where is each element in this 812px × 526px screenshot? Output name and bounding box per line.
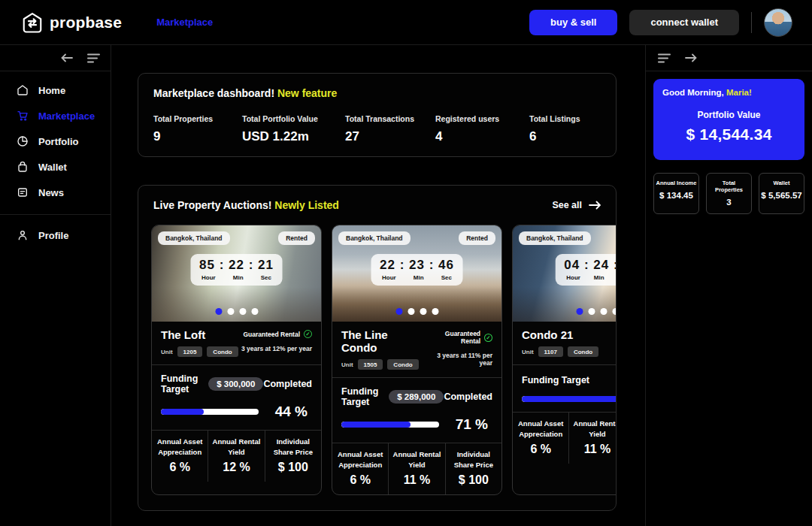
property-card-the-line-condo[interactable]: Bangkok, Thailand Rented 22 : 23 : 46 Ho… <box>332 225 502 495</box>
funding-target-value: $ 289,000 <box>389 390 444 404</box>
unit-type-badge: Condo <box>387 359 418 370</box>
newly-listed-label: Newly Listed <box>274 199 339 211</box>
property-photo: Bangkok, Thailand Rented 85 : 22 : 21 Ho… <box>152 225 321 322</box>
property-photo: Bangkok, Thailand Rented 22 : 23 : 46 Ho… <box>332 225 501 322</box>
topbar-divider <box>751 12 752 33</box>
sidebar-item-news[interactable]: News <box>0 180 111 205</box>
stat-total-listings: Total Listings 6 <box>529 114 601 144</box>
bag-icon <box>17 161 29 173</box>
stat-registered-users: Registered users 4 <box>435 114 529 144</box>
marketplace-dashboard-card: Marketplace dashboard! New feature Total… <box>138 73 617 157</box>
status-badge: Rented <box>459 231 495 245</box>
property-photo: Bangkok, Thailand 04 : 24 : 2 Hour Min S… <box>513 225 617 322</box>
sidebar-item-portfolio[interactable]: Portfolio <box>0 128 111 154</box>
funding-target-label: Funding Target <box>161 373 208 394</box>
completed-label: Completed <box>263 379 312 389</box>
logo[interactable]: propbase <box>21 11 122 34</box>
auctions-title: Live Property Auctions! Newly Listed <box>153 199 339 211</box>
portfolio-value-label: Portfolio Value <box>662 110 795 120</box>
property-title: The Loft <box>161 328 238 341</box>
completed-value: 71 % <box>456 416 488 433</box>
stat-total-portfolio-value: Total Portfolio Value USD 1.22m <box>242 114 345 144</box>
pie-chart-icon <box>17 135 29 147</box>
location-badge: Bangkok, Thailand <box>519 231 591 245</box>
stat-annual-rental-yield: Annual Rental Yield 11 % <box>389 443 445 494</box>
auction-countdown: 04 : 24 : 2 Hour Min Sec <box>555 254 617 286</box>
connect-wallet-button[interactable]: connect wallet <box>629 10 739 35</box>
funding-target-label: Funding Target <box>341 386 389 407</box>
location-badge: Bangkok, Thailand <box>338 231 411 245</box>
stat-total-transactions: Total Transactions 27 <box>345 114 435 144</box>
stat-annual-rental-yield: Annual Rental Yield 12 % <box>208 431 265 482</box>
funding-target-value: $ 300,000 <box>208 377 263 391</box>
auction-countdown: 22 : 23 : 46 Hour Min Sec <box>371 254 463 286</box>
location-badge: Bangkok, Thailand <box>158 231 230 245</box>
stat-annual-asset-appreciation: Annual Asset Appreciation 6 % <box>332 443 389 494</box>
property-title: Condo 21 <box>522 328 598 341</box>
total-properties-card: Total Properties 3 <box>706 173 752 214</box>
collapse-back-icon[interactable] <box>61 53 74 63</box>
logo-text: propbase <box>50 14 122 32</box>
home-icon <box>17 84 29 96</box>
carousel-dots[interactable] <box>576 308 617 315</box>
wallet-balance-card: Wallet $ 5,565.57 <box>759 173 804 214</box>
arrow-right-icon <box>589 201 601 210</box>
user-name: Maria! <box>726 88 752 97</box>
right-panel: Good Morning, Maria! Portfolio Value $ 1… <box>645 45 812 526</box>
cart-icon <box>17 110 29 122</box>
right-panel-menu-icon[interactable] <box>658 53 671 63</box>
property-title: The Line Condo <box>341 328 424 354</box>
user-avatar[interactable] <box>764 8 792 37</box>
main-content: Marketplace dashboard! New feature Total… <box>111 45 645 526</box>
unit-number-badge: 1205 <box>177 346 203 357</box>
auction-countdown: 85 : 22 : 21 Hour Min Sec <box>190 254 283 286</box>
dashboard-title: Marketplace dashboard! New feature <box>153 87 601 99</box>
greeting: Good Morning, Maria! <box>662 88 795 97</box>
carousel-dots[interactable] <box>395 308 438 315</box>
sidebar-label: Wallet <box>38 162 67 173</box>
sidebar-label: Profile <box>38 230 68 241</box>
stat-annual-asset-appreciation: Annual Asset Appreciation 6 % <box>513 413 569 464</box>
stat-annual-asset-appreciation: Annual Asset Appreciation 6 % <box>152 431 208 482</box>
propbase-logo-icon <box>21 11 44 34</box>
stat-annual-rental-yield: Annual Rental Yield 11 % <box>569 413 617 464</box>
portfolio-value: $ 14,544.34 <box>662 125 795 144</box>
stat-individual-share-price: Individual Share Price $ 100 <box>265 431 321 482</box>
new-feature-label: New feature <box>277 87 337 99</box>
profile-icon <box>17 229 29 241</box>
collapse-forward-icon[interactable] <box>684 53 697 63</box>
sidebar-label: Portfolio <box>38 136 78 147</box>
left-sidebar: Home Marketplace Portfolio Wallet <box>0 45 111 526</box>
sidebar-label: Marketplace <box>38 110 95 122</box>
completed-value: 44 % <box>275 404 308 420</box>
sidebar-item-home[interactable]: Home <box>0 77 111 103</box>
check-circle-icon: ✓ <box>304 330 312 338</box>
buy-sell-button[interactable]: buy & sell <box>529 10 617 35</box>
sidebar-item-profile[interactable]: Profile <box>0 222 111 248</box>
funding-target-label: Funding Target <box>522 375 589 385</box>
annual-income-card: Annual Income $ 134.45 <box>653 173 699 214</box>
carousel-dots[interactable] <box>215 308 258 315</box>
portfolio-summary-card: Good Morning, Maria! Portfolio Value $ 1… <box>653 79 804 160</box>
status-badge: Rented <box>278 231 315 245</box>
unit-type-badge: Condo <box>207 346 238 357</box>
property-card-the-loft[interactable]: Bangkok, Thailand Rented 85 : 22 : 21 Ho… <box>151 225 322 495</box>
sidebar-item-marketplace[interactable]: Marketplace <box>0 103 111 128</box>
unit-number-badge: 1107 <box>538 346 563 357</box>
auctions-see-all-link[interactable]: See all <box>552 200 601 210</box>
unit-number-badge: 1505 <box>358 359 383 370</box>
funding-progress-bar <box>341 422 439 428</box>
guarantee-terms: 3 years at 11% per year <box>424 352 492 367</box>
unit-type-badge: Condo <box>568 346 598 357</box>
sidebar-item-wallet[interactable]: Wallet <box>0 154 111 180</box>
guarantee-terms: 3 years at 12% per year <box>241 345 312 352</box>
guaranteed-rental-label: Guaranteed Rental <box>243 331 300 338</box>
news-icon <box>17 186 29 198</box>
topnav-marketplace[interactable]: Marketplace <box>156 17 213 28</box>
live-auctions-panel: Live Property Auctions! Newly Listed See… <box>138 185 617 511</box>
sidebar-menu-icon[interactable] <box>87 53 100 63</box>
stat-total-properties: Total Properties 9 <box>153 114 242 144</box>
property-card-condo-21[interactable]: Bangkok, Thailand 04 : 24 : 2 Hour Min S… <box>512 225 617 495</box>
sidebar-label: News <box>38 187 64 198</box>
guaranteed-rental-label: Guaranteed Rental <box>424 330 480 345</box>
